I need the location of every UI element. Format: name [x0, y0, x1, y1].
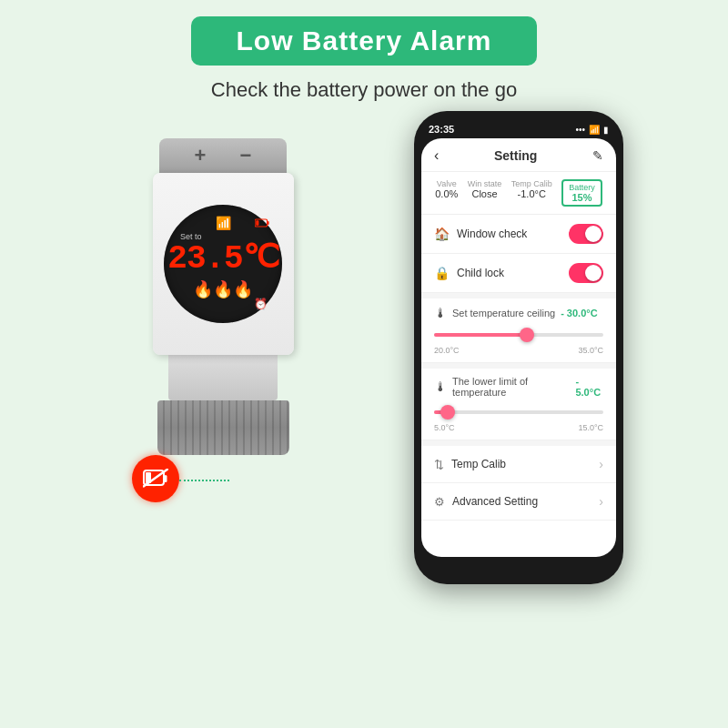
- thermostat-body: 📶 Set to 23.5℃ 🔥🔥🔥: [153, 173, 294, 355]
- content-area: + − 📶 Set to: [0, 111, 728, 602]
- temp-calib-left: ⇅ Temp Calib: [434, 458, 506, 471]
- screw-cap: [157, 400, 289, 455]
- child-lock-label: Child lock: [457, 267, 504, 279]
- temp-ceiling-max: 35.0°C: [578, 346, 603, 355]
- stat-temp-calib-value: -1.0°C: [511, 188, 552, 199]
- stat-win-value: Close: [468, 188, 502, 199]
- stat-valve: Valve 0.0%: [435, 179, 458, 207]
- svg-rect-1: [268, 221, 269, 225]
- advanced-setting-chevron: ›: [599, 494, 603, 509]
- child-lock-row: 🔒 Child lock: [421, 254, 616, 293]
- temp-lower-label: The lower limit of temperature: [452, 376, 570, 398]
- temp-ceiling-slider[interactable]: [434, 326, 603, 344]
- temp-lower-max: 15.0°C: [578, 423, 603, 432]
- low-battery-alert: [132, 455, 179, 502]
- temp-lower-title-row: 🌡 The lower limit of temperature - 5.0°C: [434, 376, 603, 398]
- temp-lower-labels: 5.0°C 15.0°C: [434, 423, 603, 432]
- alert-dotted-line: [179, 480, 229, 481]
- temp-ceiling-labels: 20.0°C 35.0°C: [434, 346, 603, 355]
- temp-lower-icon: 🌡: [434, 379, 447, 394]
- battery-status-icon: ▮: [603, 125, 609, 135]
- minus-terminal: −: [240, 144, 252, 167]
- flame-icon: 🔥🔥🔥: [193, 279, 253, 299]
- window-check-label: Window check: [457, 228, 527, 240]
- set-to-label: Set to: [180, 232, 202, 241]
- app-title: Setting: [494, 148, 537, 163]
- child-lock-toggle[interactable]: [569, 263, 603, 283]
- child-lock-left: 🔒 Child lock: [434, 266, 504, 280]
- temperature-display: 23.5℃: [167, 238, 278, 278]
- temp-calib-menu-item[interactable]: ⇅ Temp Calib ›: [421, 446, 616, 483]
- temp-ceiling-icon: 🌡: [434, 306, 447, 320]
- banner-title: Low Battery Alarm: [218, 25, 510, 56]
- signal-icon: •••: [575, 125, 585, 135]
- battery-icon-device: [255, 216, 269, 232]
- advanced-setting-left: ⚙ Advanced Setting: [434, 495, 538, 509]
- phone-status-bar: 23:35 ••• 📶 ▮: [421, 124, 616, 138]
- wifi-icon: 📶: [216, 216, 231, 230]
- advanced-setting-menu-item[interactable]: ⚙ Advanced Setting ›: [421, 483, 616, 521]
- temp-ceiling-thumb[interactable]: [520, 328, 534, 342]
- stat-battery: Battery 15%: [561, 179, 602, 207]
- phone-screen: ‹ Setting ✎ Valve 0.0% Win state Close T…: [421, 138, 616, 557]
- phone-time: 23:35: [429, 124, 454, 135]
- back-button[interactable]: ‹: [434, 147, 439, 164]
- device-area: + − 📶 Set to: [105, 111, 387, 602]
- stat-temp-calib: Temp Calib -1.0°C: [511, 179, 552, 207]
- thermostat-device: + − 📶 Set to: [150, 138, 296, 455]
- temp-lower-thumb[interactable]: [440, 405, 455, 420]
- status-icons: ••• 📶 ▮: [575, 125, 609, 135]
- temp-ceiling-fill: [434, 333, 527, 337]
- svg-rect-2: [256, 220, 258, 226]
- app-header: ‹ Setting ✎: [421, 138, 616, 172]
- window-check-left: 🏠 Window check: [434, 227, 527, 241]
- window-check-icon: 🏠: [434, 227, 450, 241]
- stat-valve-label: Valve: [435, 179, 458, 188]
- stat-temp-calib-label: Temp Calib: [511, 179, 552, 188]
- temp-ceiling-section: 🌡 Set temperature ceiling - 30.0°C 20.0°…: [421, 298, 616, 363]
- temp-calib-chevron: ›: [599, 457, 603, 471]
- phone-mockup: 23:35 ••• 📶 ▮ ‹ Setting ✎ Valve 0.0%: [414, 111, 623, 584]
- temp-calib-menu-label: Temp Calib: [451, 458, 506, 470]
- temp-lower-min: 5.0°C: [434, 423, 455, 432]
- clock-icon: ⏰: [254, 298, 268, 310]
- temp-ceiling-title-row: 🌡 Set temperature ceiling - 30.0°C: [434, 306, 603, 320]
- stat-win-state: Win state Close: [468, 179, 502, 207]
- window-check-toggle[interactable]: [569, 224, 603, 244]
- advanced-setting-icon: ⚙: [434, 495, 445, 509]
- temp-lower-section: 🌡 The lower limit of temperature - 5.0°C…: [421, 369, 616, 440]
- temp-ceiling-min: 20.0°C: [434, 346, 460, 355]
- child-lock-icon: 🔒: [434, 266, 450, 280]
- stat-win-label: Win state: [468, 179, 502, 188]
- temp-calib-menu-icon: ⇅: [434, 458, 444, 471]
- advanced-setting-label: Advanced Setting: [452, 495, 538, 508]
- plus-terminal: +: [195, 144, 207, 167]
- round-display: 📶 Set to 23.5℃ 🔥🔥🔥: [164, 205, 282, 323]
- screw-texture: [157, 400, 289, 455]
- window-check-row: 🏠 Window check: [421, 215, 616, 254]
- stat-valve-value: 0.0%: [435, 188, 458, 199]
- temp-lower-track: [434, 410, 603, 414]
- temp-ceiling-label: Set temperature ceiling: [452, 308, 555, 318]
- temp-lower-value: - 5.0°C: [575, 376, 603, 398]
- stat-battery-label: Battery: [569, 183, 595, 192]
- temp-ceiling-value: - 30.0°C: [561, 308, 597, 318]
- battery-terminals: + −: [159, 138, 287, 173]
- stats-row: Valve 0.0% Win state Close Temp Calib -1…: [421, 172, 616, 215]
- subtitle: Check the battery power on the go: [0, 78, 728, 102]
- header-banner: Low Battery Alarm: [191, 16, 537, 66]
- svg-rect-4: [165, 475, 167, 482]
- wifi-status-icon: 📶: [589, 125, 600, 135]
- edit-button[interactable]: ✎: [592, 148, 603, 163]
- temp-lower-slider[interactable]: [434, 403, 603, 421]
- temp-ceiling-track: [434, 333, 603, 337]
- stat-battery-value: 15%: [569, 192, 595, 203]
- thermostat-connector: [168, 355, 278, 400]
